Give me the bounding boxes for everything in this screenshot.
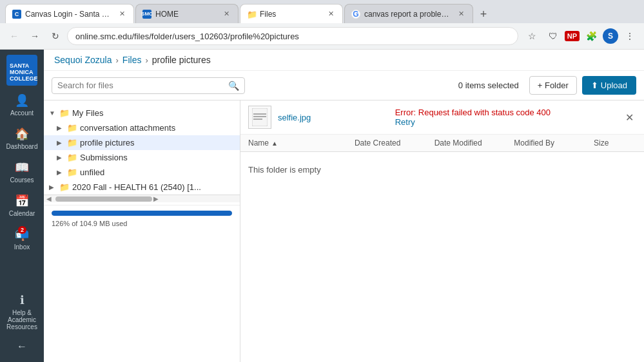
tab-1-close[interactable]: ✕ bbox=[117, 9, 127, 19]
col-name-header[interactable]: Name ▲ bbox=[248, 138, 355, 148]
tab-2-favicon: SMC bbox=[142, 10, 151, 19]
forward-button[interactable]: → bbox=[26, 27, 44, 45]
breadcrumb-root[interactable]: Sequoi Zozula bbox=[54, 55, 112, 65]
inbox-icon-wrap: 📬 2 bbox=[15, 227, 29, 242]
storage-bar-container: 126% of 104.9 MB used bbox=[44, 205, 240, 233]
courses-icon: 📖 bbox=[15, 160, 29, 175]
tab-2[interactable]: SMC HOME ✕ bbox=[135, 4, 239, 23]
upload-label: Upload bbox=[601, 81, 627, 90]
extension-button[interactable]: 🧩 bbox=[582, 27, 600, 45]
sidebar-item-dashboard[interactable]: 🏠 Dashboard bbox=[0, 122, 44, 155]
tab-2-label: HOME bbox=[155, 10, 217, 19]
tab-4[interactable]: G canvas report a problem - Googl... ✕ bbox=[344, 4, 473, 23]
sidebar: SANTA MONICA COLLEGE 👤 Account 🏠 Dashboa… bbox=[0, 50, 44, 362]
bookmark-button[interactable]: ☆ bbox=[523, 27, 542, 45]
col-size-header[interactable]: Size bbox=[594, 138, 636, 148]
folder-icon-2020fall: 📁 bbox=[59, 182, 70, 192]
tab-3-favicon: 📁 bbox=[247, 10, 256, 19]
profile-avatar[interactable]: S bbox=[603, 28, 618, 44]
retry-button[interactable]: Retry bbox=[395, 117, 616, 127]
tree-item-profile-pictures[interactable]: ▶ 📁 profile pictures bbox=[44, 135, 240, 150]
sidebar-item-inbox[interactable]: 📬 2 Inbox bbox=[0, 222, 44, 256]
tree-toggle-submissions: ▶ bbox=[57, 154, 64, 161]
sidebar-label-calendar: Calendar bbox=[9, 210, 35, 217]
sidebar-item-calendar[interactable]: 📅 Calendar bbox=[0, 189, 44, 222]
shield-button[interactable]: 🛡 bbox=[544, 27, 562, 45]
sidebar-item-account[interactable]: 👤 Account bbox=[0, 88, 44, 122]
upload-button[interactable]: ⬆ Upload bbox=[582, 76, 636, 95]
tree-item-2020fall[interactable]: ▶ 📁 2020 Fall - HEALTH 61 (2540) [1... bbox=[44, 180, 240, 195]
tab-3-close[interactable]: ✕ bbox=[326, 9, 336, 19]
col-date-modified-header[interactable]: Date Modified bbox=[434, 138, 514, 148]
scroll-right-arrow[interactable]: ▶ bbox=[152, 195, 160, 202]
file-tree: ▼ 📁 My Files ▶ 📁 conversation attachment… bbox=[44, 100, 240, 362]
search-box: 🔍 bbox=[52, 77, 245, 94]
menu-button[interactable]: ⋮ bbox=[621, 27, 639, 45]
account-icon-wrap: 👤 bbox=[15, 93, 29, 108]
smc-logo[interactable]: SANTA MONICA COLLEGE bbox=[6, 55, 37, 86]
breadcrumb-sep-1: › bbox=[116, 55, 119, 65]
tree-item-submissions[interactable]: ▶ 📁 Submissions bbox=[44, 150, 240, 165]
tab-3[interactable]: 📁 Files ✕ bbox=[240, 4, 343, 23]
breadcrumb: Sequoi Zozula › Files › profile pictures bbox=[44, 50, 644, 71]
help-icon: ℹ bbox=[20, 293, 24, 307]
back-button[interactable]: ← bbox=[5, 27, 23, 45]
search-icon[interactable]: 🔍 bbox=[228, 81, 239, 91]
col-size-label: Size bbox=[594, 138, 609, 148]
tree-item-conversation-attachments[interactable]: ▶ 📁 conversation attachments bbox=[44, 120, 240, 135]
svg-text:SANTA: SANTA bbox=[10, 62, 30, 69]
toolbar-buttons: + Folder ⬆ Upload bbox=[529, 76, 636, 95]
svg-rect-7 bbox=[253, 119, 262, 120]
breadcrumb-parent[interactable]: Files bbox=[122, 55, 142, 65]
sidebar-label-dashboard: Dashboard bbox=[6, 143, 38, 150]
upload-close-button[interactable]: ✕ bbox=[623, 110, 636, 125]
tab-2-close[interactable]: ✕ bbox=[221, 9, 231, 19]
calendar-icon: 📅 bbox=[15, 194, 29, 208]
sidebar-label-inbox: Inbox bbox=[14, 243, 30, 251]
tree-toggle-2020fall: ▶ bbox=[49, 184, 57, 191]
error-text: Error: Request failed with status code 4… bbox=[395, 108, 616, 117]
folder-icon-profile: 📁 bbox=[67, 138, 77, 148]
new-tab-button[interactable]: + bbox=[474, 5, 493, 23]
sort-arrow: ▲ bbox=[271, 140, 278, 147]
tree-item-my-files[interactable]: ▼ 📁 My Files bbox=[44, 106, 240, 120]
add-folder-button[interactable]: + Folder bbox=[529, 76, 577, 95]
browser-chrome: C Canvas Login - Santa Mo... ✕ SMC HOME … bbox=[0, 0, 644, 50]
tab-4-close[interactable]: ✕ bbox=[456, 9, 466, 19]
col-modified-by-header[interactable]: Modified By bbox=[514, 138, 594, 148]
folder-icon-unfiled: 📁 bbox=[67, 167, 77, 177]
tree-item-unfiled[interactable]: ▶ 📁 unfiled bbox=[44, 165, 240, 180]
sidebar-label-help: Help & Academic Resources bbox=[0, 309, 44, 330]
collapse-sidebar-button[interactable]: ← bbox=[0, 336, 44, 357]
col-date-created-header[interactable]: Date Created bbox=[355, 138, 434, 148]
search-input[interactable] bbox=[57, 81, 224, 90]
tab-3-label: Files bbox=[260, 10, 322, 19]
tab-1-label: Canvas Login - Santa Mo... bbox=[25, 10, 113, 19]
scroll-left-arrow[interactable]: ◀ bbox=[45, 195, 53, 202]
collapse-icon: ← bbox=[17, 341, 27, 352]
sidebar-item-help[interactable]: ℹ Help & Academic Resources bbox=[0, 288, 44, 336]
breadcrumb-sep-2: › bbox=[145, 55, 148, 65]
tab-4-label: canvas report a problem - Googl... bbox=[364, 10, 452, 19]
tab-1[interactable]: C Canvas Login - Santa Mo... ✕ bbox=[5, 4, 134, 23]
items-selected-count: 0 items selected bbox=[458, 81, 519, 90]
col-name-label: Name bbox=[248, 138, 269, 148]
tree-label-conversation: conversation attachments bbox=[80, 123, 235, 133]
file-content: selfie.jpg Error: Request failed with st… bbox=[240, 100, 644, 362]
folder-icon-conversation: 📁 bbox=[67, 123, 77, 133]
svg-text:MONICA: MONICA bbox=[10, 69, 34, 75]
files-container: ▼ 📁 My Files ▶ 📁 conversation attachment… bbox=[44, 100, 644, 362]
inbox-badge: 2 bbox=[18, 226, 26, 234]
address-input[interactable] bbox=[67, 27, 518, 45]
scrollbar-thumb[interactable] bbox=[55, 196, 152, 202]
storage-bar-track bbox=[52, 211, 232, 216]
storage-bar-fill bbox=[52, 211, 232, 216]
sidebar-item-courses[interactable]: 📖 Courses bbox=[0, 155, 44, 189]
tree-label-profile: profile pictures bbox=[80, 138, 235, 148]
sidebar-label-account: Account bbox=[10, 110, 34, 117]
upload-icon: ⬆ bbox=[591, 81, 598, 90]
horizontal-scrollbar[interactable]: ◀ ▶ bbox=[44, 195, 240, 202]
refresh-button[interactable]: ↻ bbox=[46, 27, 64, 45]
address-bar: ← → ↻ ☆ 🛡 NP 🧩 S ⋮ bbox=[0, 23, 644, 49]
storage-label: 126% of 104.9 MB used bbox=[52, 220, 127, 227]
